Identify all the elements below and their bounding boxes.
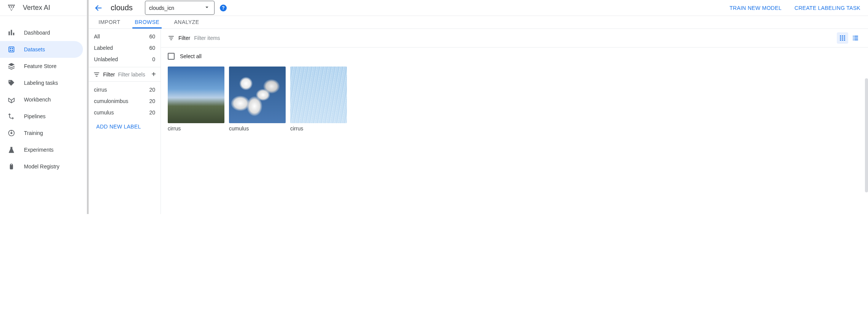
brand-header: Vertex AI [0,0,87,16]
scrollbar[interactable] [865,78,868,192]
create-labeling-task-button[interactable]: CREATE LABELING TASK [791,3,864,13]
select-all-label: Select all [180,53,202,59]
label-filter-row: Filter + [89,67,161,82]
thumbnail-image [290,67,347,123]
svg-rect-30 [842,38,843,39]
model-select-value: clouds_icn [149,5,174,11]
pipelines-icon [7,112,16,121]
label-row-cumulus[interactable]: cumulus 20 [89,107,161,118]
svg-rect-34 [844,40,845,41]
view-toggle [837,32,861,44]
svg-rect-36 [854,36,858,36]
label-stat-unlabeled[interactable]: Unlabeled 0 [89,54,161,67]
label-stat-name: All [94,33,100,40]
nav-feature-store[interactable]: Feature Store [0,58,83,75]
label-row-cirrus[interactable]: cirrus 20 [89,84,161,95]
svg-point-15 [12,50,13,51]
svg-rect-10 [13,33,14,35]
help-icon[interactable]: ? [220,5,227,11]
svg-rect-31 [844,38,845,39]
nav-label: Labeling tasks [24,80,58,86]
nav-training[interactable]: Training [0,125,83,141]
gallery-item[interactable]: cirrus [168,67,224,132]
svg-rect-38 [854,38,858,38]
add-new-label-button[interactable]: ADD NEW LABEL [89,118,161,135]
train-new-model-button[interactable]: TRAIN NEW MODEL [726,3,785,13]
feature-store-icon [7,62,16,71]
add-label-icon[interactable]: + [151,70,156,79]
tab-import[interactable]: IMPORT [96,16,122,29]
nav-pipelines[interactable]: Pipelines [0,108,83,125]
nav-label: Model Registry [24,163,59,170]
svg-rect-40 [854,40,858,40]
dataset-topbar: clouds clouds_icn ? TRAIN NEW MODEL CREA… [89,0,868,16]
select-all-checkbox[interactable] [168,53,175,60]
svg-point-12 [10,48,11,49]
label-row-cumulonimbus[interactable]: cumulonimbus 20 [89,95,161,107]
thumbnail-image [229,67,286,123]
svg-rect-39 [853,40,854,40]
nav-label: Dashboard [24,30,50,36]
gallery-item[interactable]: cumulus [229,67,286,132]
label-filter-input[interactable] [118,71,148,78]
nav-label: Training [24,130,43,136]
nav-label: Feature Store [24,63,57,69]
svg-point-1 [10,5,10,5]
gallery-item[interactable]: cirrus [290,67,347,132]
nav-dashboard[interactable]: Dashboard [0,24,83,41]
svg-point-19 [11,164,12,165]
nav-datasets[interactable]: Datasets [0,41,83,58]
label-count: 20 [149,87,155,93]
nav-labeling-tasks[interactable]: Labeling tasks [0,75,83,91]
model-select-dropdown[interactable]: clouds_icn [145,1,215,15]
thumbnail-label: cumulus [229,125,286,132]
svg-point-16 [10,81,11,82]
list-view-button[interactable] [850,32,861,44]
svg-point-3 [13,5,13,5]
grid-view-button[interactable] [837,32,848,44]
chevron-down-icon [203,4,210,12]
model-registry-icon [7,162,16,171]
back-arrow-icon[interactable] [93,3,104,13]
dashboard-icon [7,28,16,37]
nav-workbench[interactable]: Workbench [0,91,83,108]
svg-point-2 [11,5,12,5]
label-stat-count: 60 [149,33,155,40]
training-icon [7,128,16,138]
svg-rect-20 [94,72,99,73]
nav-experiments[interactable]: Experiments [0,141,83,158]
svg-point-14 [10,50,11,51]
nav-label: Workbench [24,97,51,103]
svg-rect-33 [842,40,843,41]
label-filter-label: Filter [103,71,115,78]
image-gallery: cirrus cumulus cirrus [161,65,868,138]
svg-rect-23 [169,36,174,37]
svg-rect-37 [853,38,854,38]
label-stat-labeled[interactable]: Labeled 60 [89,42,161,54]
select-all-row: Select all [161,48,868,65]
svg-rect-9 [11,30,12,35]
label-count: 20 [149,109,155,116]
left-navigation: Vertex AI Dashboard Datasets Feature Sto… [0,0,87,214]
gallery-area: Filter Select all [161,29,868,214]
svg-rect-25 [170,40,172,40]
svg-point-13 [12,48,13,49]
nav-label: Experiments [24,147,54,153]
svg-rect-32 [840,40,841,41]
label-name: cumulus [94,109,114,116]
label-stat-name: Unlabeled [94,56,118,62]
tab-analyze[interactable]: ANALYZE [172,16,201,29]
gallery-filter-input[interactable] [194,35,833,41]
label-stat-all[interactable]: All 60 [89,29,161,42]
dataset-tabs: IMPORT BROWSE ANALYZE [89,16,868,29]
svg-rect-11 [9,47,14,52]
nav-label: Datasets [24,46,45,52]
label-stat-name: Labeled [94,45,113,51]
svg-rect-22 [96,76,98,76]
svg-rect-24 [170,38,173,38]
thumbnail-label: cirrus [168,125,224,132]
nav-model-registry[interactable]: Model Registry [0,158,83,175]
gallery-filter-label: Filter [178,35,190,41]
svg-rect-26 [840,35,841,36]
tab-browse[interactable]: BROWSE [132,16,162,29]
